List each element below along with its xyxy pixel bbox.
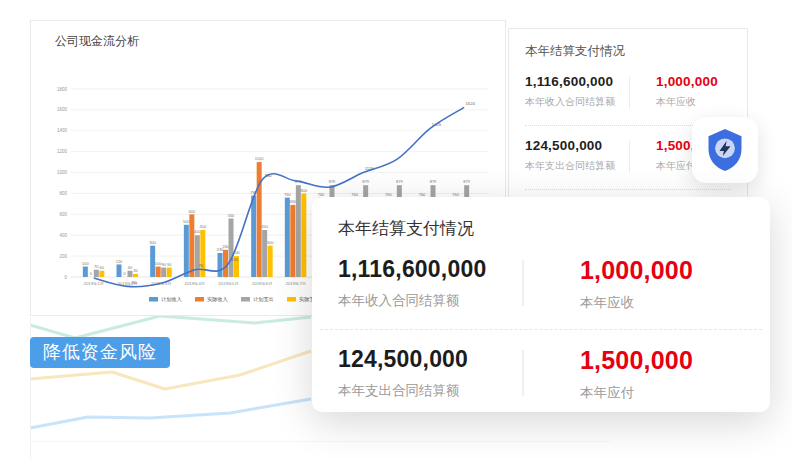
svg-text:实际收入: 实际收入 [207, 296, 228, 303]
svg-text:0: 0 [123, 271, 126, 276]
risk-shield-button[interactable] [692, 117, 758, 183]
shield-lightning-icon [705, 128, 745, 172]
popup-income-settlement-value: 1,116,600,000 [338, 256, 522, 283]
svg-text:1100: 1100 [255, 156, 264, 161]
svg-text:300: 300 [149, 240, 156, 245]
svg-text:560: 560 [228, 213, 235, 218]
svg-text:130: 130 [231, 257, 239, 262]
svg-text:260: 260 [222, 244, 229, 249]
svg-text:计划收入: 计划收入 [161, 296, 182, 302]
column-divider [522, 260, 524, 306]
column-divider [629, 76, 630, 109]
svg-text:100: 100 [82, 261, 89, 266]
settlement-popup-title: 本年结算支付情况 [338, 217, 744, 240]
svg-text:1200: 1200 [57, 149, 68, 154]
receivable-value: 1,000,000 [656, 74, 718, 89]
svg-text:500: 500 [183, 219, 190, 224]
popup-payable-value: 1,500,000 [580, 346, 693, 375]
settlement-popup: 本年结算支付情况 1,116,600,000 本年收入合同结算额 1,000,0… [312, 197, 770, 412]
receivable-label: 本年应收 [656, 95, 718, 109]
svg-text:930: 930 [265, 173, 273, 178]
expense-settlement-label: 本年支出合同结算额 [525, 159, 629, 173]
svg-text:1000: 1000 [57, 170, 68, 175]
svg-text:1600: 1600 [57, 107, 68, 112]
popup-payable-label: 本年应付 [580, 384, 693, 402]
svg-text:90: 90 [161, 262, 166, 267]
svg-text:2019年1月: 2019年1月 [84, 281, 105, 286]
dashed-divider [320, 329, 762, 330]
svg-text:30: 30 [133, 268, 138, 273]
income-settlement-label: 本年收入合同结算额 [525, 95, 629, 109]
popup-expense-settlement-value: 124,500,000 [338, 346, 522, 373]
settlement-panel-title: 本年结算支付情况 [525, 43, 731, 60]
column-divider [522, 350, 524, 396]
svg-text:879: 879 [362, 179, 369, 184]
svg-text:1800: 1800 [57, 87, 68, 92]
svg-text:800: 800 [59, 191, 67, 196]
svg-text:300: 300 [267, 240, 274, 245]
svg-text:400: 400 [59, 233, 67, 238]
column-divider [629, 140, 630, 173]
svg-text:600: 600 [59, 212, 67, 217]
svg-text:0: 0 [90, 271, 93, 276]
svg-text:1425: 1425 [432, 122, 442, 127]
popup-income-settlement-label: 本年收入合同结算额 [338, 292, 522, 310]
svg-text:879: 879 [396, 179, 403, 184]
svg-text:2019年5月: 2019年5月 [218, 281, 239, 286]
svg-text:70: 70 [94, 264, 99, 269]
svg-text:1624: 1624 [466, 101, 476, 106]
settlement-row-income: 1,116,600,000 本年收入合同结算额 1,000,000 本年应收 [509, 72, 747, 119]
svg-text:200: 200 [59, 254, 67, 259]
svg-text:2019年4月: 2019年4月 [185, 281, 206, 286]
cash-flow-card-title: 公司现金流分析 [31, 21, 505, 50]
svg-text:450: 450 [261, 224, 268, 229]
dotted-divider [525, 189, 731, 190]
svg-text:879: 879 [329, 179, 336, 184]
svg-text:-90: -90 [130, 280, 137, 285]
svg-text:120: 120 [116, 259, 123, 264]
svg-text:1400: 1400 [57, 128, 68, 133]
svg-text:1126: 1126 [365, 166, 375, 171]
expense-settlement-value: 124,500,000 [525, 138, 629, 153]
svg-text:600: 600 [188, 209, 195, 214]
risk-tag[interactable]: 降低资金风险 [30, 337, 170, 368]
svg-text:2019年6月: 2019年6月 [252, 281, 273, 286]
svg-text:450: 450 [199, 224, 206, 229]
popup-expense-settlement-label: 本年支出合同结算额 [338, 382, 522, 400]
popup-receivable-label: 本年应收 [580, 294, 693, 312]
svg-text:879: 879 [463, 179, 470, 184]
popup-receivable-value: 1,000,000 [580, 256, 693, 285]
dashboard: 公司现金流分析 02004006008001000120014001600180… [0, 0, 792, 459]
svg-text:800: 800 [300, 188, 307, 193]
svg-text:70: 70 [198, 263, 203, 268]
svg-text:760: 760 [284, 192, 291, 197]
svg-text:60: 60 [100, 265, 105, 270]
popup-row-expense: 124,500,000 本年支出合同结算额 1,500,000 本年应付 [312, 346, 770, 402]
income-settlement-value: 1,116,600,000 [525, 74, 629, 89]
svg-text:90: 90 [167, 262, 172, 267]
popup-row-income: 1,116,600,000 本年收入合同结算额 1,000,000 本年应收 [312, 256, 770, 312]
svg-text:400: 400 [194, 229, 201, 234]
svg-text:60: 60 [128, 265, 133, 270]
svg-text:690: 690 [289, 199, 296, 204]
svg-text:0: 0 [64, 275, 67, 280]
svg-text:计划支出: 计划支出 [253, 296, 274, 303]
svg-text:2019年7月: 2019年7月 [286, 281, 307, 286]
svg-text:879: 879 [430, 179, 437, 184]
background-divider-horizontal [30, 441, 610, 442]
